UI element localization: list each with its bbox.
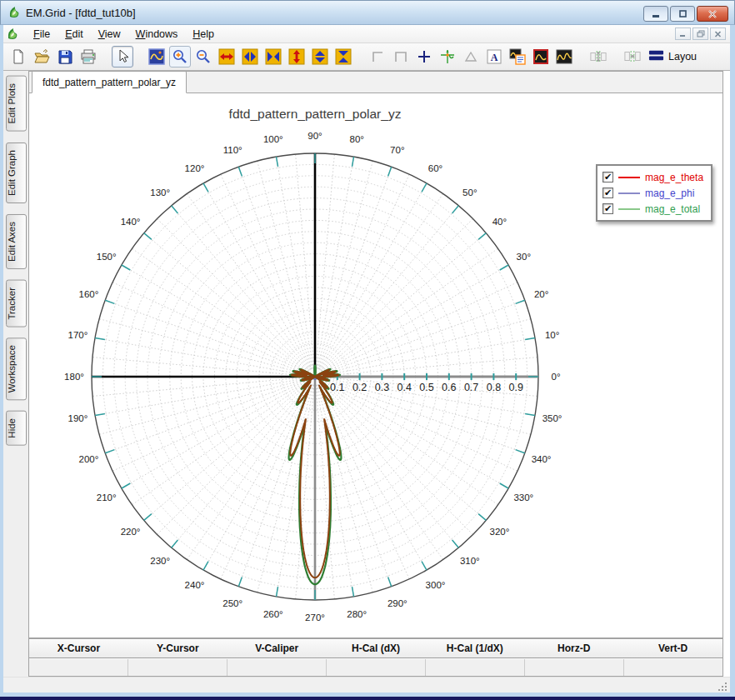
svg-text:A: A [491, 52, 498, 63]
legend-label: mag_e_theta [645, 172, 703, 183]
legend-checkbox-mag_e_total[interactable]: ✔ [602, 203, 613, 214]
cursor-col-header: H-Cal (1/dX) [425, 640, 524, 658]
cursor-col-header: X-Cursor [29, 640, 128, 658]
compress-vertical-icon [335, 48, 352, 65]
print-button[interactable] [78, 46, 99, 68]
sidebar-tab-edit-plots[interactable]: Edit Plots [6, 76, 27, 132]
maximize-button[interactable] [670, 6, 695, 22]
sidebar-tab-tracker[interactable]: Tracker [6, 280, 27, 328]
svg-text:170°: 170° [68, 330, 88, 340]
tracker-tool-button[interactable] [437, 46, 458, 68]
zoom-out-button[interactable] [192, 46, 214, 68]
svg-text:80°: 80° [350, 134, 364, 144]
menu-item-windows[interactable]: Windows [128, 27, 186, 42]
cursor-col-value [327, 659, 426, 676]
resize-grip[interactable] [717, 681, 727, 691]
mdi-close-icon [714, 31, 722, 38]
cursor-col-header: Y-Cursor [128, 640, 228, 658]
minimize-button[interactable] [643, 6, 668, 22]
mdi-restore-button[interactable] [692, 28, 708, 40]
shrink-horizontal-button[interactable] [239, 46, 261, 68]
svg-text:310°: 310° [460, 556, 480, 566]
cursor-table-values [29, 658, 722, 676]
fit-view-button[interactable] [146, 46, 168, 68]
menu-item-help[interactable]: Help [185, 27, 222, 42]
svg-text:330°: 330° [513, 492, 533, 502]
svg-text:150°: 150° [97, 252, 117, 262]
zoom-in-button[interactable] [169, 46, 191, 68]
multi-plot-button[interactable] [553, 46, 575, 68]
zoom-out-icon [195, 48, 212, 65]
legend-checkbox-mag_e_phi[interactable]: ✔ [602, 188, 613, 198]
compress-vertical-button[interactable] [332, 46, 354, 68]
legend-label: mag_e_total [645, 203, 700, 215]
menu-item-file[interactable]: File [26, 27, 58, 42]
triangle-tool-icon [462, 48, 479, 65]
new-document-button[interactable] [8, 46, 29, 68]
legend-label: mag_e_phi [645, 188, 694, 199]
menu-item-view[interactable]: View [91, 27, 128, 42]
svg-text:10°: 10° [545, 330, 559, 340]
svg-text:180°: 180° [64, 372, 84, 382]
layout-icon [648, 48, 664, 66]
title-bar[interactable]: EM.Grid - [fdtd_tut10b] [0, 0, 735, 25]
compress-horizontal-button[interactable] [262, 46, 284, 68]
sidebar-tab-workspace[interactable]: Workspace [6, 338, 27, 400]
svg-text:340°: 340° [532, 454, 552, 464]
split-horizontal-button [622, 46, 643, 68]
save-button[interactable] [54, 46, 76, 68]
mdi-close-button[interactable] [710, 28, 726, 40]
plot-with-legend-icon [509, 48, 526, 65]
svg-text:0.5: 0.5 [419, 382, 433, 393]
mdi-restore-icon [697, 30, 705, 38]
crosshair-button[interactable] [413, 46, 435, 68]
cursor-col-value [228, 659, 327, 676]
tab-fdtd-pattern[interactable]: fdtd_pattern_pattern_polar_yz [32, 71, 187, 93]
svg-text:0.1: 0.1 [330, 382, 344, 393]
svg-text:250°: 250° [222, 598, 242, 608]
polar-chart[interactable]: 0°10°20°30°40°50°60°70°80°90°100°110°120… [29, 93, 722, 638]
plot-with-legend-button[interactable] [507, 46, 528, 68]
cursor-col-header: Horz-D [524, 640, 623, 658]
sidebar-tab-edit-axes[interactable]: Edit Axes [6, 214, 27, 269]
minimize-icon [651, 10, 661, 18]
corner-tool-icon [369, 48, 386, 65]
split-vertical-icon [590, 48, 607, 65]
shrink-horizontal-icon [242, 48, 258, 65]
menu-item-edit[interactable]: Edit [58, 27, 91, 42]
em-grid-window: { "window": { "title": "EM.Grid - [fdtd_… [0, 0, 735, 700]
svg-text:210°: 210° [97, 492, 117, 502]
svg-text:220°: 220° [121, 527, 141, 537]
status-bar [3, 677, 730, 693]
legend-entry-mag_e_total: ✔mag_e_total [602, 201, 703, 217]
mdi-minimize-button[interactable] [675, 28, 691, 40]
close-icon [708, 10, 718, 18]
legend-line-sample [618, 192, 640, 194]
svg-text:130°: 130° [150, 188, 170, 198]
new-document-icon [10, 48, 27, 65]
expand-vertical-icon [288, 48, 305, 65]
menu-bar: FileEditViewWindowsHelp [1, 25, 734, 43]
shrink-vertical-button[interactable] [309, 46, 331, 68]
svg-text:0.7: 0.7 [464, 382, 478, 393]
single-plot-button[interactable] [530, 46, 552, 68]
sidebar-tab-hide[interactable]: Hide [6, 411, 27, 446]
svg-text:70°: 70° [390, 145, 404, 155]
expand-vertical-button[interactable] [286, 46, 308, 68]
svg-text:350°: 350° [542, 413, 562, 423]
cursor-col-header: Vert-D [623, 640, 722, 658]
layout-button[interactable]: Layout [648, 48, 697, 66]
fit-view-icon [148, 48, 165, 65]
svg-text:300°: 300° [426, 580, 446, 590]
close-button[interactable] [697, 6, 728, 22]
triangle-tool-button [460, 46, 482, 68]
legend-checkbox-mag_e_theta[interactable]: ✔ [602, 172, 613, 182]
sidebar-tab-edit-graph[interactable]: Edit Graph [6, 142, 27, 203]
select-cursor-button[interactable] [112, 46, 133, 68]
expand-horizontal-button[interactable] [216, 46, 238, 68]
open-file-button[interactable] [31, 46, 52, 68]
svg-text:50°: 50° [462, 188, 477, 198]
corner-tool-button [367, 46, 388, 68]
chart-title: fdtd_pattern_pattern_polar_yz [229, 107, 402, 121]
text-annotation-button[interactable]: A [483, 46, 505, 68]
